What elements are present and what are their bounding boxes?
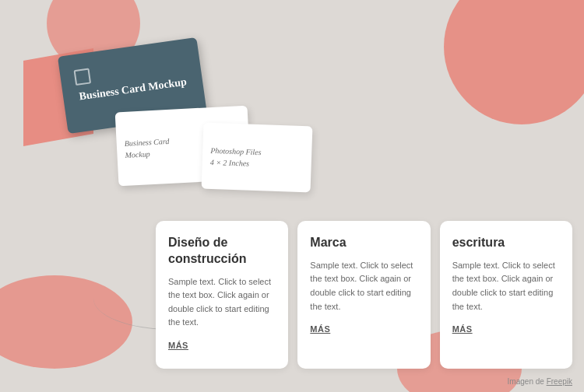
card-corner-icon [74,68,92,86]
card-3-title: escritura [452,235,560,251]
card-2-title: Marca [310,235,417,251]
decorative-shape-top-right [444,0,584,124]
card-1-link[interactable]: MÁS [168,341,276,350]
card-3-text: Sample text. Click to select the text bo… [452,259,560,313]
card-3-link[interactable]: MÁS [452,324,560,334]
mockup-area: Business Card Mockup Business Card Mocku… [23,23,335,226]
attribution-prefix: Imagen de [508,377,544,386]
card-1-title: Diseño de construcción [168,235,276,268]
white-business-card-2: Photoshop Files 4 × 2 Inches [202,123,313,193]
attribution: Imagen de Freepik [508,377,572,386]
card-2-link[interactable]: MÁS [310,324,417,334]
info-card-3: escritura Sample text. Click to select t… [440,221,572,369]
info-card-2: Marca Sample text. Click to select the t… [297,221,430,369]
card-2-text: Sample text. Click to select the text bo… [310,259,417,313]
info-card-1: Diseño de construcción Sample text. Clic… [156,221,288,369]
white-card-2-text: Photoshop Files 4 × 2 Inches [210,144,304,170]
attribution-link[interactable]: Freepik [547,377,572,386]
cards-container: Diseño de construcción Sample text. Clic… [156,221,572,369]
dark-card-text: Business Card Mockup [78,75,188,105]
card-1-text: Sample text. Click to select the text bo… [168,275,276,330]
